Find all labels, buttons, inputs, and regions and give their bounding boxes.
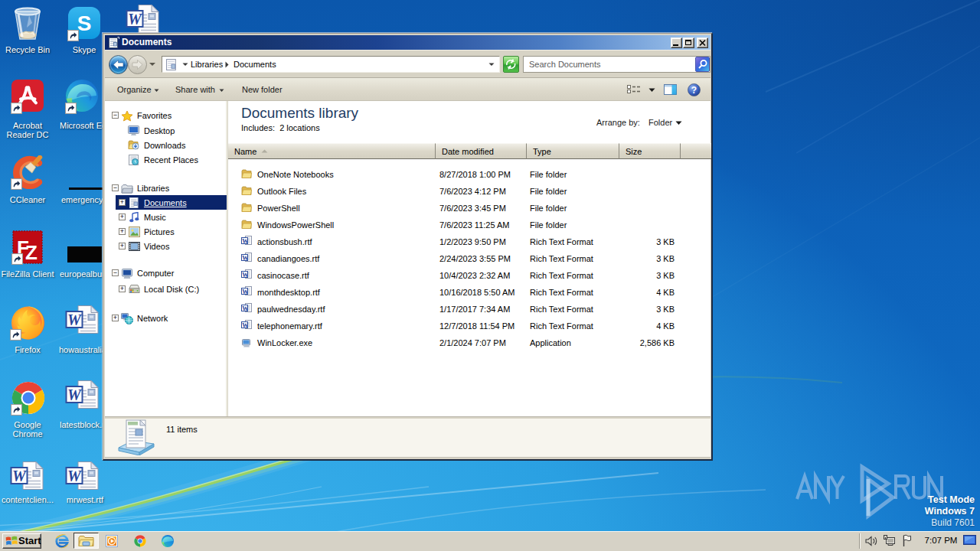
- svg-text:?: ?: [691, 85, 697, 96]
- svg-text:Z: Z: [25, 241, 38, 264]
- svg-text:S: S: [77, 11, 92, 35]
